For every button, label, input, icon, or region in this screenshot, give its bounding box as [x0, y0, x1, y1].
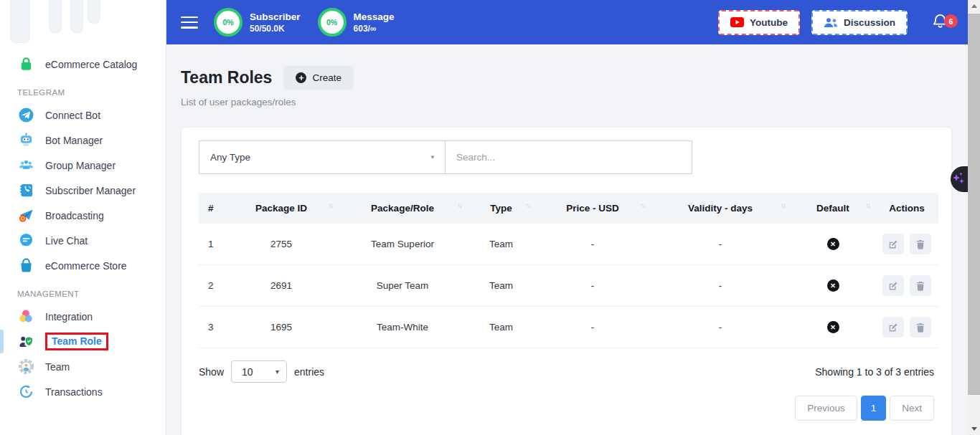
cell-validity: -: [650, 265, 791, 307]
sidebar-item-subscriber-manager[interactable]: Subscriber Manager: [0, 178, 166, 203]
roles-card: Any Type ▼ # Package ID↑↓ Package: [181, 127, 952, 435]
sidebar-item-team[interactable]: Team: [0, 354, 166, 379]
sort-icon[interactable]: ↑↓: [865, 201, 870, 209]
create-button-label: Create: [312, 72, 341, 83]
pagination: Previous 1 Next: [199, 396, 934, 421]
notifications-bell[interactable]: 6: [930, 11, 952, 33]
cell-validity: -: [650, 224, 791, 265]
header-package-id[interactable]: Package ID↑↓: [225, 193, 338, 224]
sidebar-item-connect-bot[interactable]: Connect Bot: [0, 102, 166, 128]
menu-toggle-icon[interactable]: [181, 16, 198, 29]
not-default-icon: ✕: [827, 238, 839, 250]
sidebar-item-label: Bot Manager: [45, 135, 103, 146]
robot-icon: [17, 132, 34, 149]
table-header-row: # Package ID↑↓ Package/Role↑↓ Type↑↓ Pri…: [199, 193, 938, 224]
search-input[interactable]: [446, 140, 692, 174]
top-navbar: 0% Subscriber 50/50.0K 0% Message 603/∞ …: [166, 0, 968, 44]
sidebar: eCommerce Catalog TELEGRAM Connect Bot B…: [0, 0, 166, 435]
page-1-button[interactable]: 1: [861, 396, 887, 421]
placeholder-bar: [49, 0, 62, 33]
not-default-icon: ✕: [827, 279, 839, 292]
chevron-down-icon: ▼: [430, 154, 435, 161]
header-type[interactable]: Type↑↓: [467, 193, 535, 224]
sidebar-item-team-role[interactable]: Team Role: [0, 329, 166, 354]
page-content: Team Roles + Create List of user package…: [166, 44, 968, 435]
header-default[interactable]: Default↑↓: [791, 193, 875, 224]
subscriber-progress: 0% Subscriber 50/50.0K: [214, 8, 301, 37]
delete-button[interactable]: [910, 317, 931, 338]
sidebar-item-label: eCommerce Catalog: [45, 59, 137, 70]
shopping-bag-icon: [17, 257, 34, 274]
telegram-plane-icon: [17, 107, 34, 124]
active-indicator: [0, 330, 4, 353]
youtube-button-label: Youtube: [750, 17, 788, 28]
youtube-button[interactable]: Youtube: [718, 10, 800, 35]
sidebar-item-group-manager[interactable]: Group Manager: [0, 153, 166, 178]
subscriber-label: Subscriber: [250, 11, 301, 22]
sort-icon[interactable]: ↑↓: [457, 201, 461, 209]
cell-validity: -: [650, 307, 791, 348]
discussion-button-label: Discussion: [844, 17, 895, 28]
type-filter-select[interactable]: Any Type ▼: [199, 140, 446, 174]
cell-package-id: 2755: [225, 224, 338, 265]
cell-num: 3: [199, 307, 225, 348]
sidebar-item-ecommerce-store[interactable]: eCommerce Store: [0, 253, 166, 278]
cell-type: Team: [467, 265, 535, 307]
cell-package-role: Super Team: [338, 265, 467, 307]
header-price[interactable]: Price - USD↑↓: [535, 193, 650, 224]
edit-button[interactable]: [882, 317, 904, 338]
sidebar-item-label: Subscriber Manager: [45, 185, 136, 196]
sidebar-item-bot-manager[interactable]: Bot Manager: [0, 128, 166, 153]
gear-person-icon: [17, 358, 34, 376]
page-size-value: 10: [242, 366, 253, 378]
sort-icon[interactable]: ↑↓: [328, 201, 332, 209]
previous-page-button[interactable]: Previous: [795, 396, 857, 421]
vertical-scrollbar[interactable]: [968, 0, 980, 435]
edit-button[interactable]: [882, 275, 904, 296]
placeholder-bar: [88, 0, 100, 24]
header-actions: Actions: [875, 193, 938, 224]
sidebar-item-ecommerce-catalog[interactable]: eCommerce Catalog: [0, 52, 166, 77]
cell-default: ✕: [791, 224, 875, 265]
scroll-up-arrow[interactable]: [968, 0, 980, 12]
show-label: Show: [199, 366, 224, 378]
sidebar-item-live-chat[interactable]: Live Chat: [0, 228, 166, 253]
scroll-down-arrow[interactable]: [968, 423, 980, 435]
cell-price: -: [535, 307, 650, 348]
placeholder-bar: [10, 0, 30, 43]
header-package-role[interactable]: Package/Role↑↓: [338, 193, 467, 224]
message-progress: 0% Message 603/∞: [318, 8, 395, 37]
sort-icon[interactable]: ↑↓: [640, 201, 644, 209]
chat-bubble-icon: [17, 232, 34, 249]
sidebar-item-label: Connect Bot: [45, 110, 100, 121]
sidebar-item-label: Team Role: [45, 333, 108, 350]
header-validity[interactable]: Validity - days↑↓: [650, 193, 791, 224]
message-count: 603/∞: [354, 24, 395, 34]
placeholder-bar: [70, 0, 83, 33]
cell-actions: [875, 224, 938, 265]
cell-default: ✕: [791, 307, 875, 348]
delete-button[interactable]: [910, 275, 931, 296]
main-area: 0% Subscriber 50/50.0K 0% Message 603/∞ …: [166, 0, 968, 435]
cell-num: 1: [199, 224, 225, 265]
message-label: Message: [354, 11, 395, 22]
scrollbar-thumb[interactable]: [968, 14, 980, 395]
create-button[interactable]: + Create: [283, 66, 354, 90]
showing-entries-text: Showing 1 to 3 of 3 entries: [815, 366, 934, 378]
cell-type: Team: [467, 224, 535, 265]
discussion-button[interactable]: Discussion: [811, 10, 908, 35]
sidebar-item-label: Integration: [45, 311, 93, 322]
page-size-select[interactable]: 10 ▾: [231, 360, 287, 383]
sidebar-item-broadcasting[interactable]: Broadcasting: [0, 203, 166, 228]
cell-package-role: Team Superior: [338, 224, 467, 265]
edit-button[interactable]: [882, 234, 904, 254]
next-page-button[interactable]: Next: [890, 396, 934, 421]
table-row: 3 1695 Team-White Team - - ✕: [199, 307, 938, 348]
delete-button[interactable]: [910, 234, 931, 254]
sidebar-item-integration[interactable]: Integration: [0, 304, 166, 329]
sidebar-item-transactions[interactable]: Transactions: [0, 379, 166, 404]
sort-icon[interactable]: ↑↓: [781, 201, 785, 209]
users-icon: [824, 17, 838, 28]
sort-icon[interactable]: ↑↓: [525, 201, 529, 209]
sidebar-top-placeholder: [0, 0, 166, 46]
